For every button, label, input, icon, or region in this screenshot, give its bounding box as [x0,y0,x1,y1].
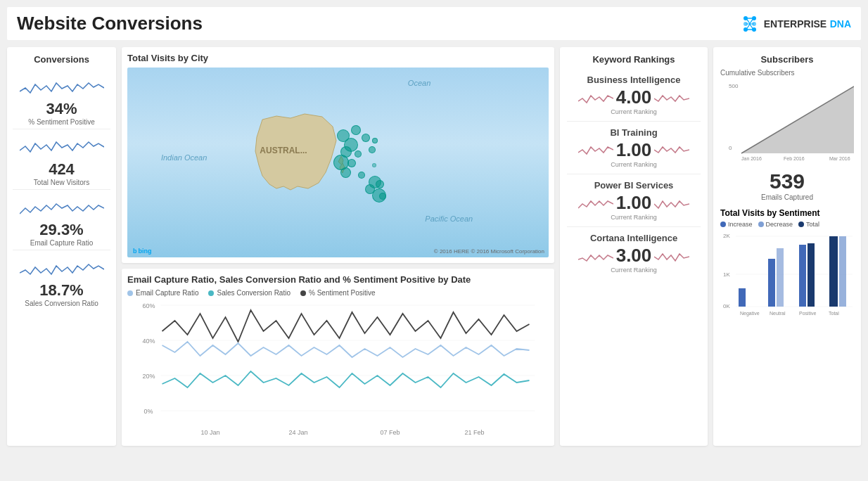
bing-logo: bbing [133,248,152,255]
conversion-metric-3: 18.7% Sales Conversion Ratio [13,256,110,310]
emails-label: Emails Captured [720,193,854,201]
decrease-dot [758,222,764,227]
header: Website Conversions ENTERPRISE DNA [7,7,861,40]
visits-sentiment-title: Total Visits by Sentiment [720,208,854,218]
svg-text:Positive: Positive [799,311,817,316]
subscribers-panel: Subscribers Cumulative Subscribers 500 0… [713,47,861,446]
conversion-metric-1: 424 Total New Visitors [13,135,110,190]
conversion-metric-0: 34% % Sentiment Positive [13,75,110,129]
keyword-name-3: Cortana Intelligence [590,233,677,243]
metric-label-1: Total New Visitors [34,179,89,186]
legend-email: Email Capture Ratio [127,289,198,297]
keyword-item-0: Business Intelligence 4.00 Current Ranki… [567,69,701,122]
keyword-sparkline-3 [578,248,613,264]
metric-label-3: Sales Conversion Ratio [25,300,98,307]
keyword-sub-2: Current Ranking [611,214,657,221]
line-chart-svg: 60% 40% 20% 0% 10 Jan [127,300,549,440]
keyword-item-2: Power BI Services 1.00 Current Ranking [567,174,701,227]
keyword-rank-3: 3.00 [616,245,652,267]
indian-ocean-label: Indian Ocean [161,153,207,162]
bar-legend-decrease: Decrease [758,221,793,228]
svg-text:AUSTRAL...: AUSTRAL... [260,146,307,155]
keyword-sparkline-0r [654,90,689,105]
bar-legend-increase: Increase [720,221,753,228]
keyword-sparkline-1r [654,143,689,158]
logo-area: ENTERPRISE DNA [740,14,851,34]
keyword-panel: Keyword Rankings Business Intelligence 4… [560,47,708,446]
conversions-panel: Conversions 34% % Sentiment Positive 424… [7,47,116,446]
keyword-sparkline-1 [578,143,613,158]
cumulative-label: Cumulative Subscribers [720,69,854,77]
logo-text: ENTERPRISE DNA [764,18,851,30]
dna-icon [740,14,760,34]
cumulative-chart: 500 0 Jan 2016 Feb 2016 Mar 2016 [720,79,854,164]
bar-chart-svg: 2K 1K 0K [720,231,854,322]
emails-captured: 539 Emails Captured [720,169,854,201]
map-panel: Total Visits by City Indian Ocean Pacifi… [122,47,554,263]
svg-rect-27 [829,236,838,307]
map-container: Indian Ocean Pacific Ocean Ocean AUSTRAL… [127,68,549,257]
pacific-ocean-label: Pacific Ocean [425,214,473,223]
svg-text:Jan 2016: Jan 2016 [741,156,762,161]
keyword-name-2: Power BI Services [594,180,674,191]
conversion-metric-2: 29.3% Email Capture Ratio [13,195,110,250]
chart-title: Email Capture Ratio, Sales Conversion Ra… [127,274,549,285]
sparkline-0 [20,77,104,98]
sentiment-legend-dot [300,290,306,296]
svg-rect-25 [799,245,806,307]
svg-rect-26 [808,243,815,307]
dashboard: Website Conversions ENTERPRISE DNA [0,0,868,481]
svg-text:Total: Total [829,311,839,316]
svg-text:20%: 20% [143,373,155,380]
ocean-label: Ocean [408,79,430,87]
svg-text:10 Jan: 10 Jan [201,429,220,436]
metric-value-2: 29.3% [39,221,83,239]
svg-rect-28 [839,236,846,307]
main-grid: Conversions 34% % Sentiment Positive 424… [7,47,861,446]
legend-sales: Sales Conversion Ratio [208,289,291,297]
line-chart-panel: Email Capture Ratio, Sales Conversion Ra… [122,269,554,446]
city-dots [330,121,400,205]
total-label: Total [806,221,819,228]
svg-text:40%: 40% [143,338,155,345]
svg-text:Negative: Negative [740,311,760,316]
line-chart-area: 60% 40% 20% 0% 10 Jan [127,300,549,440]
svg-rect-23 [768,259,775,307]
svg-text:0K: 0K [723,303,730,309]
keyword-sub-3: Current Ranking [611,267,657,274]
keyword-sub-0: Current Ranking [611,108,657,115]
keyword-sparkline-2r [654,195,689,211]
bar-legend: Increase Decrease Total [720,221,854,228]
sparkline-3 [20,259,104,280]
map-copyright: © 2016 HERE © 2016 Microsoft Corporation [434,248,544,255]
svg-text:500: 500 [729,83,739,89]
map-title: Total Visits by City [127,53,549,63]
keyword-sparkline-0 [578,90,613,105]
area-chart-svg: 500 0 Jan 2016 Feb 2016 Mar 2016 [720,79,854,164]
bar-chart: 2K 1K 0K [720,231,854,322]
metric-label-0: % Sentiment Positive [28,118,95,126]
sparkline-2 [20,198,104,219]
keyword-item-3: Cortana Intelligence 3.00 Current Rankin… [567,227,701,279]
keyword-item-1: BI Training 1.00 Current Ranking [567,122,701,174]
legend-sentiment: % Sentiment Positive [300,289,376,297]
increase-label: Increase [728,221,753,228]
sentiment-legend-label: % Sentiment Positive [309,289,376,297]
svg-text:2K: 2K [723,233,730,239]
increase-dot [720,222,726,227]
metric-value-3: 18.7% [39,281,83,300]
keyword-sparkline-3r [654,248,689,264]
svg-text:Mar 2016: Mar 2016 [829,156,850,161]
keyword-rank-0: 4.00 [616,86,652,108]
metric-value-1: 424 [49,160,75,179]
page-title: Website Conversions [17,13,203,34]
keyword-name-0: Business Intelligence [587,75,681,85]
metric-label-2: Email Capture Ratio [30,239,93,247]
keyword-title: Keyword Rankings [567,54,701,65]
metric-value-0: 34% [46,100,77,118]
keyword-name-1: BI Training [610,127,657,138]
svg-rect-24 [777,248,784,307]
keyword-sub-1: Current Ranking [611,161,657,168]
total-dot [798,222,804,227]
keyword-rank-2: 1.00 [616,192,652,214]
